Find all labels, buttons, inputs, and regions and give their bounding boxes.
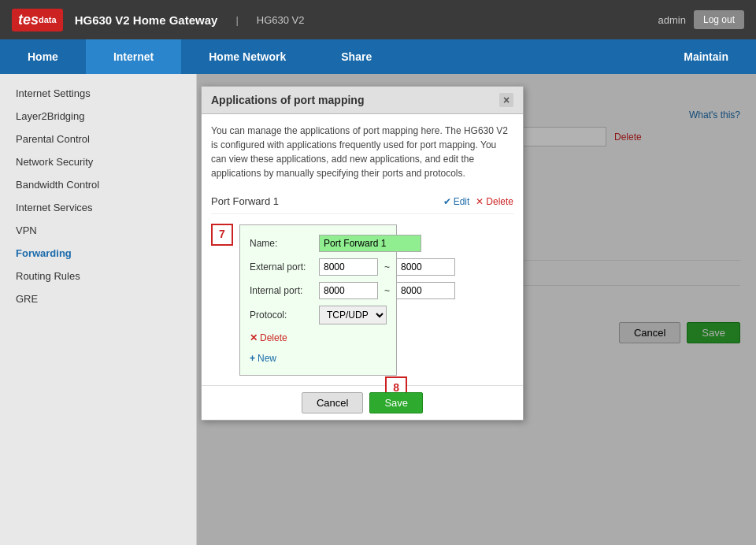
modal-overlay: Applications of port mapping × You can m… xyxy=(197,74,756,545)
modal-body: You can manage the applications of port … xyxy=(202,114,523,385)
app-list-item: Port Forward 1 ✔ Edit ✕ Delete xyxy=(211,190,513,214)
nav-maintain[interactable]: Maintain xyxy=(656,39,756,74)
modal-save-button[interactable]: Save xyxy=(369,392,423,413)
header-subtitle: HG630 V2 xyxy=(257,14,305,26)
applications-modal: Applications of port mapping × You can m… xyxy=(201,86,524,421)
sidebar-item-forwarding[interactable]: Forwarding xyxy=(0,242,196,265)
nav-home[interactable]: Home xyxy=(0,39,86,74)
protocol-select[interactable]: TCP/UDP TCP UDP xyxy=(319,306,387,324)
sidebar-item-routing-rules[interactable]: Routing Rules xyxy=(0,265,196,287)
app-delete-link[interactable]: ✕ Delete xyxy=(476,195,513,209)
nav-home-network[interactable]: Home Network xyxy=(181,39,313,74)
nav-share[interactable]: Share xyxy=(313,39,399,74)
ext-port-sep: ~ xyxy=(384,260,390,274)
sidebar-item-internet-services[interactable]: Internet Services xyxy=(0,196,196,219)
edit-form: Name: External port: ~ xyxy=(239,224,397,376)
edit-form-container: 7 Name: External port: xyxy=(211,221,513,376)
main-layout: Internet Settings Layer2Bridging Parenta… xyxy=(0,74,756,545)
form-ext-port-row: External port: ~ xyxy=(250,258,387,276)
header-left: tesdata HG630 V2 Home Gateway | HG630 V2 xyxy=(12,9,305,32)
sidebar: Internet Settings Layer2Bridging Parenta… xyxy=(0,74,197,545)
name-input[interactable] xyxy=(319,235,421,252)
int-port-label: Internal port: xyxy=(250,284,313,298)
modal-header: Applications of port mapping × xyxy=(202,87,523,114)
modal-close-button[interactable]: × xyxy=(499,93,513,107)
int-port-start-input[interactable] xyxy=(319,282,378,299)
header-right: admin Log out xyxy=(658,10,744,29)
form-int-port-row: Internal port: ~ xyxy=(250,282,387,299)
sidebar-item-bandwidth-control[interactable]: Bandwidth Control xyxy=(0,173,196,196)
save-btn-wrapper: 8 Save xyxy=(369,392,423,413)
modal-cancel-button[interactable]: Cancel xyxy=(302,392,363,413)
ext-port-start-input[interactable] xyxy=(319,258,378,276)
step-7-badge: 7 xyxy=(211,224,233,246)
sidebar-item-network-security[interactable]: Network Security xyxy=(0,150,196,173)
x-icon: ✕ xyxy=(476,195,484,209)
logo: tesdata xyxy=(12,9,63,32)
nav-internet[interactable]: Internet xyxy=(86,39,181,74)
logo-data: data xyxy=(39,15,57,24)
modal-footer: Cancel 8 Save xyxy=(202,385,523,420)
form-protocol-row: Protocol: TCP/UDP TCP UDP xyxy=(250,306,387,324)
header-title: HG630 V2 Home Gateway xyxy=(75,13,218,27)
sidebar-item-parental-control[interactable]: Parental Control xyxy=(0,128,196,150)
edit-link[interactable]: ✔ Edit xyxy=(443,195,470,209)
modal-title: Applications of port mapping xyxy=(211,94,364,106)
form-delete-link[interactable]: ✕ Delete xyxy=(250,331,387,345)
int-port-sep: ~ xyxy=(384,284,390,298)
sidebar-item-gre[interactable]: GRE xyxy=(0,287,196,310)
sidebar-item-internet-settings[interactable]: Internet Settings xyxy=(0,82,196,105)
int-port-end-input[interactable] xyxy=(396,282,455,299)
check-icon: ✔ xyxy=(443,195,451,209)
name-label: Name: xyxy=(250,236,313,250)
protocol-label: Protocol: xyxy=(250,308,313,322)
header-divider: | xyxy=(235,14,238,26)
admin-label: admin xyxy=(658,14,686,26)
modal-description: You can manage the applications of port … xyxy=(211,124,513,180)
form-name-row: Name: xyxy=(250,235,387,252)
logout-button[interactable]: Log out xyxy=(694,10,744,29)
content-area: server resources provided by your comput… xyxy=(197,74,756,545)
form-x-icon: ✕ xyxy=(250,331,258,345)
ext-port-end-input[interactable] xyxy=(396,258,455,276)
form-new-link[interactable]: + New xyxy=(250,351,387,365)
sidebar-item-layer2bridging[interactable]: Layer2Bridging xyxy=(0,105,196,128)
sidebar-item-vpn[interactable]: VPN xyxy=(0,219,196,242)
ext-port-label: External port: xyxy=(250,260,313,274)
app-item-name: Port Forward 1 xyxy=(211,194,279,209)
app-list-actions: ✔ Edit ✕ Delete xyxy=(443,195,513,209)
header: tesdata HG630 V2 Home Gateway | HG630 V2… xyxy=(0,0,756,39)
main-nav: Home Internet Home Network Share Maintai… xyxy=(0,39,756,74)
plus-icon: + xyxy=(250,351,255,365)
